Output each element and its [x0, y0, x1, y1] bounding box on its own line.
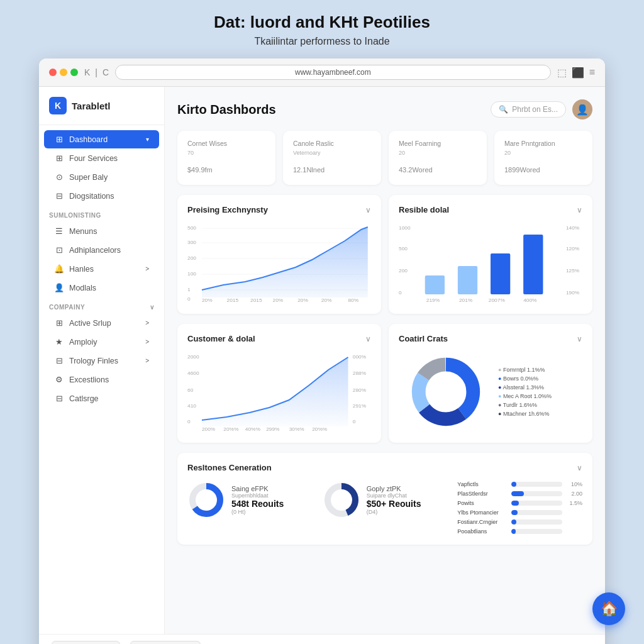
- hbar-row-4: Fostianr.Crngier: [457, 519, 582, 525]
- bottom-chevron[interactable]: ∨: [577, 464, 582, 472]
- stat-value-0: $49.9fm: [187, 160, 265, 176]
- svg-text:201%: 201%: [459, 297, 472, 303]
- bookmark-icon[interactable]: ⬚: [557, 67, 567, 79]
- sidebar-item-super-baly[interactable]: ⊙ Super Baly: [44, 168, 159, 186]
- browser-window: K | C www.hayambneef.com ⬚ ⬛ ≡ K Tarable…: [39, 58, 605, 644]
- svg-text:2000: 2000: [187, 354, 199, 360]
- svg-text:400%: 400%: [523, 297, 536, 303]
- svg-text:200%: 200%: [202, 426, 215, 432]
- diogs-icon: ⊟: [54, 191, 64, 201]
- modlals-icon: 👤: [54, 283, 64, 292]
- hbar-row-5: Pooabtlians: [457, 528, 582, 535]
- mini-donut-1-wrap: Saing eFPK Supernbhldaat 548t Reouits (0…: [187, 481, 313, 519]
- hbar-track-3: [511, 510, 562, 515]
- sidebar-item-menuns[interactable]: ☰ Menuns: [44, 222, 159, 240]
- hbar-track-5: [511, 529, 562, 534]
- main-header: Kirto Dashbords 🔍 Phrbt on Es... 👤: [177, 99, 592, 119]
- sidebar-item-catlsrge[interactable]: ⊟ Catlsrge: [44, 389, 159, 408]
- hbar-track-0: [511, 482, 562, 487]
- donut-svg: [399, 351, 493, 433]
- toolbar-item-1[interactable]: 👤 1 2 Garlot ▼: [52, 641, 120, 644]
- mini-donut-card-2: Goply ztPK Suipare dlyChat $50+ Reouits …: [323, 481, 448, 535]
- float-home-button[interactable]: 🏠: [592, 592, 625, 625]
- chart-card-bar: Resible dolal ∨ 1000 500 200 0 140% 120%: [389, 195, 592, 314]
- svg-text:20%: 20%: [273, 297, 284, 303]
- sidebar-item-four-services[interactable]: ⊞ Four Services: [44, 149, 159, 167]
- mini-stat-val2-2: (D4): [367, 509, 421, 515]
- hbar-row-3: Ylbs Ptomancier: [457, 509, 582, 516]
- svg-text:4600: 4600: [187, 370, 199, 376]
- chart-title-1: Preising Exchnynsty: [187, 205, 268, 214]
- stat-value-3: 1899Wored: [504, 160, 582, 176]
- mini-stat-name-1: Saing eFPK: [231, 485, 284, 492]
- sidebar-item-active-srlup[interactable]: ⊞ Active Srlup >: [44, 314, 159, 332]
- search-icon: 🔍: [499, 105, 508, 114]
- super-baly-icon: ⊙: [54, 172, 64, 182]
- stat-card-0: Cornet Wises 70 $49.9fm: [177, 131, 275, 185]
- svg-text:219%: 219%: [426, 297, 440, 303]
- nav-back[interactable]: K: [84, 67, 90, 77]
- chart-card-donut: Coatirl Crats ∨: [389, 324, 592, 443]
- svg-text:40%%: 40%%: [245, 426, 260, 432]
- nav-sep: |: [95, 67, 97, 77]
- sidebar-item-dashboard[interactable]: ⊞ Dashboard ▾: [44, 130, 159, 148]
- toolbar-item-2[interactable]: 👤 1 Freoptlic ▼: [130, 641, 201, 644]
- chart-header-2: Resible dolal ∨: [399, 205, 582, 214]
- svg-text:280%: 280%: [353, 387, 366, 393]
- sidebar-item-hanles[interactable]: 🔔 Hanles >: [44, 260, 159, 278]
- trology-label: Trology Finles: [69, 357, 118, 365]
- legend-item-4: ● Turdlr 1.6%%: [498, 402, 582, 408]
- four-services-label: Four Services: [69, 154, 118, 163]
- hanles-chevron: >: [145, 265, 149, 272]
- dot-red[interactable]: [49, 69, 57, 76]
- svg-text:140%: 140%: [566, 225, 579, 231]
- svg-text:0: 0: [399, 290, 402, 296]
- svg-text:200: 200: [399, 268, 408, 274]
- sidebar-item-amploiy[interactable]: ★ Amploiy >: [44, 333, 159, 351]
- dot-yellow[interactable]: [60, 69, 67, 76]
- sidebar-item-diogs[interactable]: ⊟ Diogsitations: [44, 187, 159, 205]
- page-title: Dat: luord and KHt Peotilies: [214, 13, 430, 32]
- search-bar[interactable]: 🔍 Phrbt on Es...: [491, 101, 566, 118]
- bottom-toolbar: 👤 1 2 Garlot ▼ 👤 1 Freoptlic ▼: [39, 634, 605, 644]
- menuns-label: Menuns: [69, 227, 97, 236]
- stat-label-3: Mare Pnntgration: [504, 140, 582, 147]
- svg-point-58: [197, 491, 215, 509]
- menu-icon[interactable]: ≡: [589, 67, 595, 79]
- sidebar-item-trology[interactable]: ⊟ Trology Finles >: [44, 352, 159, 370]
- legend-item-1: ● Bowrs 0.0%%: [498, 375, 582, 382]
- diogs-label: Diogsitations: [69, 192, 114, 201]
- stats-row: Cornet Wises 70 $49.9fm Canole Raslic Ve…: [177, 131, 592, 185]
- svg-text:000%: 000%: [353, 354, 366, 360]
- sidebar-item-excest[interactable]: ⚙ Excestlions: [44, 370, 159, 389]
- trology-icon: ⊟: [54, 356, 64, 365]
- browser-nav: K | C: [84, 67, 109, 77]
- sidebar-item-modlals[interactable]: 👤 Modlals: [44, 279, 159, 297]
- customer-chart-svg: 2000 4600 60 410 0 000% 288% 280% 291% 0: [187, 351, 371, 433]
- mini-donut-card-1: Saing eFPK Supernbhldaat 548t Reouits (0…: [187, 481, 313, 535]
- search-placeholder: Phrbt on Es...: [512, 105, 558, 114]
- nav-forward[interactable]: C: [103, 67, 109, 77]
- excest-label: Excestlions: [69, 375, 109, 384]
- chart-chevron-1[interactable]: ∨: [365, 206, 371, 214]
- chart-chevron-2[interactable]: ∨: [577, 206, 582, 214]
- donut-chart: ● Fomrntpl 1.1%% ● Bowrs 0.0%% ● Alsster…: [399, 351, 582, 433]
- dot-green[interactable]: [70, 69, 78, 76]
- bottom-cards-row: Saing eFPK Supernbhldaat 548t Reouits (0…: [187, 481, 582, 535]
- horiz-bars: Yapfictls 10% PlasStlerdsr 2.00: [457, 481, 582, 535]
- dashboard-chevron: ▾: [146, 136, 149, 143]
- url-bar[interactable]: www.hayambneef.com: [115, 65, 551, 80]
- chart-chevron-4[interactable]: ∨: [577, 335, 582, 343]
- mini-donut-2-svg: [323, 481, 360, 519]
- page-subtitle: Tkaiilintar performess to Inade: [214, 36, 430, 47]
- bottom-header: Resltones Ceneration ∨: [187, 463, 582, 472]
- tab-icon[interactable]: ⬛: [572, 67, 584, 79]
- charts-row-2: Customer & dolal ∨ 2000 4600 60 410 0 00…: [177, 324, 592, 443]
- hbar-fill-5: [511, 529, 515, 534]
- chart-chevron-3[interactable]: ∨: [365, 335, 371, 343]
- chart-header-4: Coatirl Crats ∨: [399, 334, 582, 343]
- hbar-track-4: [511, 519, 562, 525]
- sidebar-item-adhipl[interactable]: ⊡ Adhiplancelors: [44, 241, 159, 259]
- svg-rect-29: [523, 235, 543, 294]
- svg-rect-27: [458, 266, 477, 294]
